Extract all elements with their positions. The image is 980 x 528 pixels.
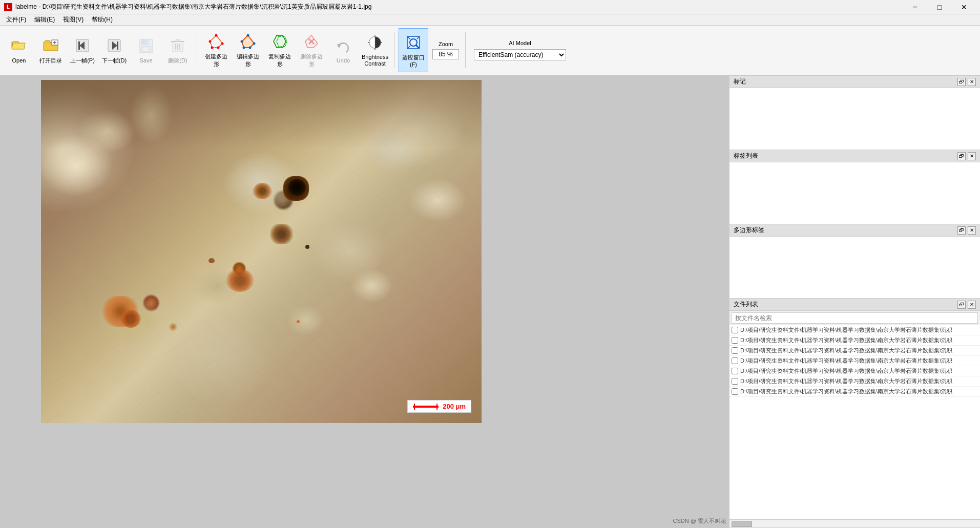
polygon-panel-controls: 🗗 ✕ [957,226,976,235]
ai-model-select[interactable]: EfficientSam (accuracy) EfficientSam (sp… [474,49,566,60]
delete-polygon-button[interactable]: 删除多边形 [297,28,326,72]
file-path-6: D:\项目\研究生资料文件\机器学习资料\机器学习数据集\南京大学岩石薄片数据集… [740,388,952,395]
open-label: Open [12,57,26,64]
labels-float-button[interactable]: 🗗 [957,152,966,160]
polygon-float-button[interactable]: 🗗 [957,226,966,235]
file-checkbox-6[interactable] [732,388,738,395]
zoom-label: Zoom [439,41,453,47]
titlebar-text: labelme - D:\项目\研究生资料文件\机器学习资料\机器学习数据集\南… [15,3,371,11]
menu-edit[interactable]: 编辑(E) [30,14,59,25]
polygon-close-button[interactable]: ✕ [968,226,976,235]
prev-button[interactable]: 上一帧(P) [68,28,97,72]
scale-line [413,406,439,408]
file-checkbox-5[interactable] [732,378,738,385]
svg-point-32 [243,47,245,49]
polygon-panel-content [729,237,980,298]
separator-2 [394,32,394,68]
delete-button[interactable]: 删除(D) [163,28,193,72]
open-dir-label: 打开目录 [39,57,62,65]
file-search-input[interactable] [732,312,978,324]
labels-panel-content [729,162,980,224]
watermark: CSDN @ 雪人不叫花 [673,517,726,525]
canvas-area[interactable]: 200 μm CSDN @ 雪人不叫花 [0,76,729,528]
save-button[interactable]: Save [131,28,161,72]
list-item: D:\项目\研究生资料文件\机器学习资料\机器学习数据集\南京大学岩石薄片数据集… [729,335,980,346]
minimize-button[interactable]: − [903,0,927,14]
copy-polygon-button[interactable]: 复制多边形 [265,28,295,72]
save-label: Save [139,57,152,64]
delete-icon [169,36,187,55]
marks-panel-content [729,88,980,150]
brightness-contrast-button[interactable]: BrightnessContrast [360,28,390,72]
svg-rect-18 [176,39,180,41]
next-label: 下一帧(D) [102,57,127,65]
fit-window-label: 适应窗口(F) [401,54,426,68]
file-checkbox-4[interactable] [732,368,738,374]
app-icon: L [4,3,12,11]
right-panel: 标记 🗗 ✕ 标签列表 🗗 ✕ 多边形标签 [729,76,980,528]
undo-icon [334,37,352,55]
list-item: D:\项目\研究生资料文件\机器学习资料\机器学习数据集\南京大学岩石薄片数据集… [729,356,980,366]
menu-help[interactable]: 帮助(H) [88,14,117,25]
separator-3 [465,32,466,68]
svg-point-24 [221,43,224,45]
create-polygon-button[interactable]: 创建多边形 [201,28,231,72]
marks-panel-title: 标记 [734,77,746,86]
edit-polygon-icon [239,32,257,51]
marks-float-button[interactable]: 🗗 [957,78,966,86]
svg-point-27 [209,40,212,43]
copy-polygon-icon [270,32,289,51]
edit-polygon-label: 编辑多边形 [235,53,261,68]
open-dir-button[interactable]: 打开目录 [36,28,66,72]
edit-polygon-button[interactable]: 编辑多边形 [233,28,263,72]
svg-marker-22 [210,35,222,48]
ai-model-label: AI Model [509,40,531,46]
maximize-button[interactable]: □ [928,0,951,14]
svg-point-26 [211,47,214,49]
file-checkbox-2[interactable] [732,347,738,354]
svg-point-31 [249,47,252,49]
delete-label: 删除(D) [168,57,187,65]
titlebar: L labelme - D:\项目\研究生资料文件\机器学习资料\机器学习数据集… [0,0,980,14]
undo-button[interactable]: Undo [328,28,358,72]
svg-rect-7 [78,41,80,50]
open-button[interactable]: Open [4,28,34,72]
files-close-button[interactable]: ✕ [968,301,976,309]
delete-polygon-icon [302,32,321,51]
svg-point-30 [253,43,256,45]
files-float-button[interactable]: 🗗 [957,301,966,309]
next-button[interactable]: 下一帧(D) [99,28,129,72]
create-polygon-label: 创建多边形 [203,53,229,68]
menu-view[interactable]: 视图(V) [59,14,88,25]
svg-rect-10 [117,41,118,50]
file-checkbox-3[interactable] [732,357,738,364]
files-panel-content[interactable]: D:\项目\研究生资料文件\机器学习资料\机器学习数据集\南京大学岩石薄片数据集… [729,325,980,519]
file-checkbox-1[interactable] [732,337,738,344]
save-icon [137,37,155,55]
fit-window-icon [404,33,423,52]
titlebar-left: L labelme - D:\项目\研究生资料文件\机器学习资料\机器学习数据集… [4,3,371,11]
menu-file[interactable]: 文件(F) [2,14,30,25]
brightness-contrast-label: BrightnessContrast [362,54,388,67]
toolbar: Open 打开目录 上一帧(P) [0,26,980,76]
marks-close-button[interactable]: ✕ [968,78,976,86]
hscroll-thumb[interactable] [732,521,752,527]
labels-panel-title: 标签列表 [734,152,758,160]
close-button[interactable]: ✕ [952,0,976,14]
file-path-5: D:\项目\研究生资料文件\机器学习资料\机器学习数据集\南京大学岩石薄片数据集… [740,377,952,385]
zoom-input[interactable] [432,49,459,59]
open-icon [10,37,28,55]
file-checkbox-0[interactable] [732,327,738,333]
labels-panel: 标签列表 🗗 ✕ [729,150,980,224]
files-panel-header: 文件列表 🗗 ✕ [729,299,980,311]
fit-window-button[interactable]: 适应窗口(F) [399,28,428,72]
svg-rect-15 [147,40,148,44]
open-dir-icon [41,36,60,55]
zoom-area: Zoom [432,28,459,72]
polygon-panel-header: 多边形标签 🗗 ✕ [729,224,980,237]
svg-point-23 [215,34,218,37]
labels-close-button[interactable]: ✕ [968,152,976,160]
main-area: 200 μm CSDN @ 雪人不叫花 标记 🗗 ✕ 标签列表 🗗 [0,76,980,528]
image-container: 200 μm [41,80,482,423]
svg-point-33 [241,40,243,43]
